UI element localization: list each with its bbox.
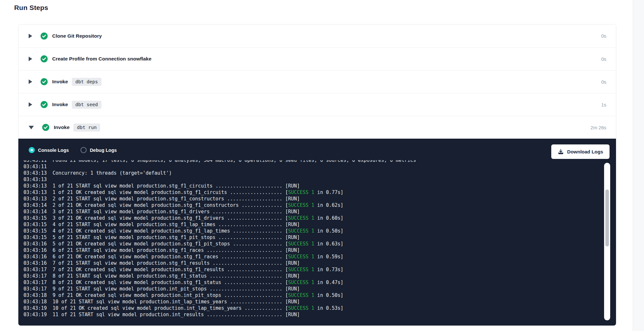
step-label: Create Profile from Connection snowflake xyxy=(52,56,151,62)
log-output: 03:43:11 Found 21 models, 17 tests, 0 sn… xyxy=(24,160,601,318)
step-label: Invoke xyxy=(54,124,70,130)
step-label: Invoke xyxy=(52,79,68,85)
log-panel-header: Console LogsDebug Logs Download Logs xyxy=(18,139,616,160)
console-logs-radio-option[interactable]: Console Logs xyxy=(29,147,69,153)
step-success-check-icon xyxy=(41,101,48,108)
download-logs-button[interactable]: Download Logs xyxy=(551,144,610,159)
log-line: 03:43:16 6 of 21 OK created sql view mod… xyxy=(24,253,601,260)
log-line: 03:43:13 1 of 21 START sql view model pr… xyxy=(24,183,601,189)
log-line: 03:43:13 1 of 21 OK created sql view mod… xyxy=(24,189,601,196)
step-row[interactable]: Invoke dbt seed 1s xyxy=(18,93,616,116)
step-row[interactable]: Invoke dbt run 2m 26s xyxy=(18,116,616,139)
step-success-check-icon xyxy=(41,32,48,40)
log-line: 03:43:13 xyxy=(24,176,601,183)
step-duration: 0s xyxy=(601,56,606,62)
log-line: 03:43:15 4 of 21 OK created sql view mod… xyxy=(24,228,601,234)
download-icon xyxy=(558,149,564,155)
page-title: Run Steps xyxy=(14,4,48,12)
console-log-panel: Console LogsDebug Logs Download Logs 03:… xyxy=(18,139,616,326)
log-line: 03:43:15 3 of 21 OK created sql view mod… xyxy=(24,215,601,221)
page-right-gutter xyxy=(633,0,644,331)
step-command-badge: dbt deps xyxy=(72,78,101,86)
step-label: Invoke xyxy=(52,102,68,107)
log-line: 03:43:18 9 of 21 OK created sql view mod… xyxy=(24,292,601,299)
run-steps-card: Clone Git Repository 0s Create Profile f… xyxy=(18,24,616,326)
console-logs-label: Console Logs xyxy=(38,148,69,153)
step-row[interactable]: Create Profile from Connection snowflake… xyxy=(18,47,616,70)
log-line: 03:43:17 7 of 21 OK created sql view mod… xyxy=(24,266,601,273)
log-line: 03:43:16 7 of 21 START sql view model pr… xyxy=(24,260,601,266)
step-expander-triangle-icon xyxy=(29,57,32,61)
step-label: Clone Git Repository xyxy=(52,33,102,39)
log-line: 03:43:14 2 of 21 OK created sql view mod… xyxy=(24,202,601,208)
log-output-viewport[interactable]: 03:43:11 Found 21 models, 17 tests, 0 sn… xyxy=(24,160,601,322)
log-scrollbar-track[interactable] xyxy=(604,163,610,320)
step-command-badge: dbt seed xyxy=(72,101,101,109)
log-line: 03:43:14 3 of 21 START sql view model pr… xyxy=(24,208,601,215)
console-logs-radio[interactable] xyxy=(29,147,35,153)
debug-logs-radio-option[interactable]: Debug Logs xyxy=(80,147,117,153)
step-command-badge: dbt run xyxy=(73,124,100,132)
log-line: 03:43:15 4 of 21 START sql view model pr… xyxy=(24,221,601,228)
log-tabs-radio-group: Console LogsDebug Logs xyxy=(29,147,117,153)
step-success-check-icon xyxy=(41,55,48,62)
debug-logs-radio[interactable] xyxy=(80,147,87,153)
step-duration: 0s xyxy=(601,33,606,39)
log-line: 03:43:17 8 of 21 OK created sql view mod… xyxy=(24,279,601,286)
step-duration: 0s xyxy=(601,79,606,85)
step-duration: 1s xyxy=(601,102,606,107)
radio-dot xyxy=(31,149,33,151)
log-line: 03:43:13 Concurrency: 1 threads (target=… xyxy=(24,170,601,176)
log-line: 03:43:16 6 of 21 START sql view model pr… xyxy=(24,247,601,253)
log-line: 03:43:19 10 of 21 OK created sql view mo… xyxy=(24,305,601,311)
log-line: 03:43:17 8 of 21 START sql view model pr… xyxy=(24,273,601,279)
step-expander-triangle-icon xyxy=(29,34,32,38)
log-line: 03:43:19 11 of 21 START sql view model p… xyxy=(24,311,601,318)
step-expander-triangle-icon xyxy=(29,126,34,129)
debug-logs-label: Debug Logs xyxy=(90,148,117,153)
step-expander-triangle-icon xyxy=(29,79,32,84)
step-row[interactable]: Invoke dbt deps 0s xyxy=(18,70,616,93)
step-duration: 2m 26s xyxy=(591,125,606,130)
download-logs-label: Download Logs xyxy=(567,149,603,154)
step-expander-triangle-icon xyxy=(29,102,32,107)
log-line: 03:43:11 Found 21 models, 17 tests, 0 sn… xyxy=(24,160,601,163)
log-line: 03:43:13 2 of 21 START sql view model pr… xyxy=(24,196,601,202)
step-success-check-icon xyxy=(42,124,49,131)
log-line: 03:43:11 xyxy=(24,163,601,170)
log-line: 03:43:17 9 of 21 START sql view model pr… xyxy=(24,286,601,292)
step-row[interactable]: Clone Git Repository 0s xyxy=(18,24,616,47)
run-steps-list: Clone Git Repository 0s Create Profile f… xyxy=(18,24,616,139)
log-line: 03:43:16 5 of 21 OK created sql view mod… xyxy=(24,241,601,247)
log-line: 03:43:18 10 of 21 START sql view model p… xyxy=(24,299,601,305)
step-success-check-icon xyxy=(41,78,48,85)
log-line: 03:43:15 5 of 21 START sql view model pr… xyxy=(24,234,601,241)
log-scrollbar-thumb[interactable] xyxy=(605,189,609,246)
